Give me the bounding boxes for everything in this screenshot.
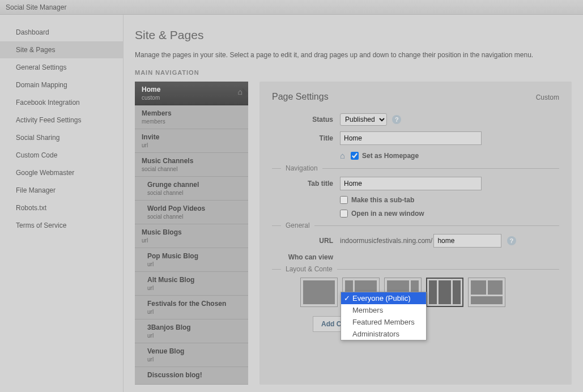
- sidebar-item[interactable]: File Manager: [0, 182, 123, 199]
- page-title: Site & Pages: [135, 28, 572, 42]
- sidebar-item[interactable]: Dashboard: [0, 24, 123, 41]
- sub-tab-checkbox[interactable]: [340, 196, 348, 204]
- nav-item-sub: social channel: [147, 190, 241, 196]
- sub-tab-label: Make this a sub-tab: [351, 196, 414, 204]
- url-help-icon[interactable]: ?: [507, 236, 516, 245]
- dropdown-option[interactable]: Members: [341, 304, 426, 316]
- nav-item-sub: url: [147, 285, 241, 291]
- nav-item-sub: custom: [142, 95, 241, 101]
- new-window-label: Open in a new window: [351, 210, 424, 218]
- nav-item-title: Members: [142, 109, 241, 117]
- navigation-legend: Navigation: [281, 164, 322, 172]
- url-input[interactable]: [433, 234, 501, 248]
- panel-type: Custom: [536, 93, 559, 101]
- sidebar-item[interactable]: Google Webmaster: [0, 164, 123, 182]
- who-can-view-label: Who can view: [272, 253, 340, 261]
- nav-page-item[interactable]: Discussion blog!: [135, 367, 248, 385]
- url-label: URL: [272, 237, 340, 245]
- who-can-view-dropdown[interactable]: Everyone (Public)MembersFeatured Members…: [341, 292, 427, 340]
- sidebar-item[interactable]: Social Sharing: [0, 129, 123, 147]
- sidebar-item[interactable]: Custom Code: [0, 147, 123, 164]
- nav-item-title: Alt Music Blog: [147, 276, 241, 284]
- nav-page-item[interactable]: Membersmembers: [135, 105, 248, 129]
- title-label: Title: [272, 134, 340, 142]
- page-nav-list: Homecustom⌂MembersmembersInviteurlMusic …: [135, 82, 248, 385]
- title-input[interactable]: [340, 131, 482, 145]
- nav-page-item[interactable]: Inviteurl: [135, 129, 248, 153]
- nav-page-item[interactable]: Music Channelssocial channel: [135, 153, 248, 177]
- home-icon: ⌂: [340, 151, 345, 160]
- nav-item-title: Music Blogs: [142, 228, 241, 236]
- nav-item-title: World Pop Videos: [147, 204, 241, 212]
- nav-item-sub: url: [142, 142, 241, 148]
- sidebar-item[interactable]: Domain Mapping: [0, 76, 123, 94]
- nav-item-sub: social channel: [147, 214, 241, 220]
- nav-page-item[interactable]: Festivals for the Chosenurl: [135, 296, 248, 319]
- nav-page-item[interactable]: Grunge channelsocial channel: [135, 177, 248, 201]
- app-title: Social Site Manager: [6, 3, 66, 11]
- homepage-checkbox[interactable]: [351, 152, 359, 160]
- sidebar-item[interactable]: Site & Pages: [0, 41, 123, 59]
- nav-page-item[interactable]: World Pop Videossocial channel: [135, 201, 248, 224]
- nav-item-title: Pop Music Blog: [147, 252, 241, 260]
- nav-item-sub: members: [142, 118, 241, 125]
- layout-option-5[interactable]: [468, 278, 505, 307]
- app-title-bar: Social Site Manager: [0, 0, 583, 15]
- nav-item-sub: url: [147, 261, 241, 267]
- main-navigation-label: MAIN NAVIGATION: [135, 69, 572, 76]
- homepage-label: Set as Homepage: [362, 152, 419, 160]
- url-prefix: indoormusicfestivals.ning.com/: [340, 237, 432, 245]
- layout-option-4[interactable]: [426, 278, 463, 307]
- home-icon: ⌂: [238, 87, 242, 96]
- nav-item-title: Invite: [142, 133, 241, 141]
- page-description: Manage the pages in your site. Select a …: [135, 51, 572, 59]
- nav-page-item[interactable]: Alt Music Blogurl: [135, 272, 248, 296]
- nav-item-title: Festivals for the Chosen: [147, 300, 241, 308]
- sidebar-item[interactable]: Facebook Integration: [0, 94, 123, 112]
- panel-heading: Page Settings: [272, 92, 329, 102]
- nav-item-title: Discussion blog!: [147, 371, 241, 379]
- nav-item-title: Venue Blog: [147, 347, 241, 355]
- general-legend: General: [281, 221, 314, 229]
- layout-legend: Layout & Conte: [281, 265, 337, 273]
- status-label: Status: [272, 116, 340, 123]
- nav-page-item[interactable]: Music Blogsurl: [135, 224, 248, 248]
- layout-option-1[interactable]: [300, 278, 338, 307]
- nav-page-item[interactable]: Venue Blogurl: [135, 343, 248, 367]
- nav-page-item[interactable]: Homecustom⌂: [135, 82, 248, 105]
- nav-item-sub: url: [147, 309, 241, 315]
- nav-item-sub: url: [142, 237, 241, 244]
- layout-options: [300, 278, 559, 307]
- status-help-icon[interactable]: ?: [392, 115, 401, 124]
- new-window-checkbox[interactable]: [340, 210, 348, 218]
- nav-item-sub: social channel: [142, 166, 241, 172]
- nav-item-sub: url: [147, 356, 241, 363]
- sidebar-item[interactable]: Robots.txt: [0, 199, 123, 217]
- dropdown-option[interactable]: Administrators: [341, 328, 426, 340]
- nav-item-title: Music Channels: [142, 157, 241, 165]
- nav-item-title: Home: [142, 86, 241, 93]
- sidebar-item[interactable]: Activity Feed Settings: [0, 112, 123, 129]
- dropdown-option[interactable]: Everyone (Public): [341, 292, 426, 304]
- nav-item-sub: url: [147, 333, 241, 339]
- sidebar-item[interactable]: Terms of Service: [0, 217, 123, 235]
- nav-item-title: 3Banjos Blog: [147, 323, 241, 331]
- nav-page-item[interactable]: Pop Music Blogurl: [135, 248, 248, 272]
- tab-title-label: Tab title: [272, 180, 340, 188]
- status-select[interactable]: Published: [340, 113, 387, 126]
- nav-page-item[interactable]: 3Banjos Blogurl: [135, 319, 248, 343]
- nav-item-title: Grunge channel: [147, 181, 241, 189]
- dropdown-option[interactable]: Featured Members: [341, 316, 426, 328]
- tab-title-input[interactable]: [340, 177, 482, 190]
- sidebar: DashboardSite & PagesGeneral SettingsDom…: [0, 15, 124, 392]
- sidebar-item[interactable]: General Settings: [0, 59, 123, 76]
